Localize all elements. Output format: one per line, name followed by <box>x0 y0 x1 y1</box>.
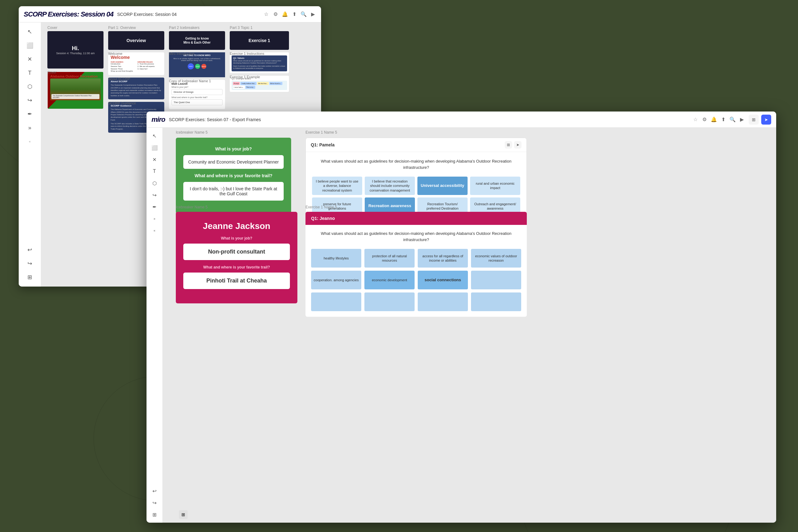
alabama-img-caption: The Statewide Comprehensive Outdoor Recr… <box>53 95 98 98</box>
front-present-icon[interactable]: ▶ <box>739 116 745 123</box>
front-map-view-btn[interactable]: ➤ <box>761 115 771 125</box>
front-text-tool[interactable]: T <box>150 166 160 176</box>
miro-intro-label: Miro Introduction <box>169 52 195 55</box>
pamela-arrow-btn[interactable]: ➤ <box>514 141 522 149</box>
front-shapes-tool[interactable]: ⬡ <box>150 178 160 188</box>
connect-tool[interactable]: ↪ <box>24 95 36 106</box>
back-titlebar: SCORP Exercises: Session 04 SCORP Exerci… <box>19 6 321 22</box>
exercise5-sticky-9 <box>311 292 361 311</box>
sticky-tool[interactable]: ✕ <box>24 54 36 65</box>
example-sticky-6: This is my... <box>245 86 255 89</box>
front-undo-tool[interactable]: ↩ <box>150 486 160 496</box>
jeanne-job-answer: Non-profit consultant <box>183 244 290 260</box>
miro-intro-section: GETTING TO KNOW MIRO Miro is an infinite… <box>169 52 225 77</box>
front-more-up[interactable]: » <box>150 214 160 224</box>
teams-bubble: teams <box>201 64 206 69</box>
jeanne-trail-question: What and where is your favorite trail? <box>183 265 290 269</box>
matt-section: Matt Leavell What is your job? Director … <box>169 80 225 109</box>
front-grid-tool[interactable]: ⊞ <box>150 510 160 519</box>
zoom-bubble: zoom <box>195 64 200 69</box>
welcome-label: Welcome <box>108 52 123 55</box>
front-search-icon[interactable]: 🔍 <box>729 116 736 123</box>
exercise5-sticky-8 <box>471 271 521 289</box>
exercise5-sticky-6: economic development <box>364 271 415 289</box>
cursor-tool[interactable]: ↖ <box>24 26 36 37</box>
front-canvas: Icebreaker Name 5 What is your job? Comu… <box>163 128 776 522</box>
exercise-inst-label: Exercise 1 Instructions <box>230 52 264 55</box>
part2-label: Part 2 Icebreakers <box>169 25 200 30</box>
bell-icon[interactable]: 🔔 <box>282 11 288 17</box>
example-sticky-3: We find that... <box>257 82 269 85</box>
star-icon[interactable]: ☆ <box>263 11 269 17</box>
back-title-icons: ☆ ⚙ 🔔 ⬆ 🔍 ▶ <box>263 11 316 17</box>
pamela-grid-btn[interactable]: ⊞ <box>505 141 512 149</box>
pamela-sticky-1: I believe people want to use a diverse, … <box>312 177 362 195</box>
pamela-header-title: Q1: Pamela <box>311 142 334 147</box>
undo-tool[interactable]: ↩ <box>24 244 36 255</box>
text-tool[interactable]: T <box>24 67 36 78</box>
miro-intro-content: GETTING TO KNOW MIRO Miro is an infinite… <box>169 52 225 77</box>
about-scorp-label: About SCORP <box>108 77 130 81</box>
front-less-up[interactable]: « <box>150 226 160 235</box>
exercise5-sticky-1: healthy lifestyles <box>311 249 361 268</box>
front-titlebar: miro SCORP Exercises: Session 07 - Expor… <box>146 112 776 128</box>
front-bottom-bar: ⊞ <box>179 510 188 519</box>
bottom-grid-icon[interactable]: ⊞ <box>179 510 188 519</box>
exercise5-section-label: Exercise 1 Name 5 <box>306 205 337 209</box>
jeanne-name: Jeanne Jackson <box>183 221 290 231</box>
about-scorp-section: About SCORP The Statewide Comprehensive … <box>108 78 164 99</box>
search-icon[interactable]: 🔍 <box>301 11 307 17</box>
welcome-heading: Welcome <box>111 55 162 60</box>
front-star-icon[interactable]: ☆ <box>693 116 697 122</box>
getting-know-sub: Miro is an infinite digital canvas, sort… <box>171 58 223 61</box>
matt-trail-question: What and where is your favorite trail? <box>171 96 222 98</box>
exercise-slide: Exercise 1 <box>230 31 289 50</box>
q1-pamela-section-label: Exercise 1 Name 5 <box>306 130 337 135</box>
front-window: miro SCORP Exercises: Session 07 - Expor… <box>146 112 776 522</box>
grid-tool[interactable]: ⊞ <box>24 272 36 283</box>
back-window-title: SCORP Exercises: Session 04 <box>117 12 259 17</box>
exercise5-sticky-10 <box>364 292 415 311</box>
front-sidebar: ↖ ⬜ ✕ T ⬡ ↪ ✒ » « ↩ ↪ ⊞ <box>146 128 163 522</box>
matt-job-question: What is your job? <box>171 86 222 88</box>
front-connect-tool[interactable]: ↪ <box>150 190 160 200</box>
redo-tool[interactable]: ↪ <box>24 258 36 269</box>
frame-tool[interactable]: ⬜ <box>24 40 36 51</box>
front-sticky-tool[interactable]: ✕ <box>150 154 160 165</box>
hi-slide: Hi. Session 4: Thursday, 11:00 am <box>48 31 104 69</box>
back-sidebar: ↖ ⬜ ✕ T ⬡ ↪ ✒ » « ↩ ↪ ⊞ <box>19 22 41 287</box>
example-sticky-1: Prompt <box>233 82 240 85</box>
front-window-body: ↖ ⬜ ✕ T ⬡ ↪ ✒ » « ↩ ↪ ⊞ Icebreaker Name … <box>146 128 776 522</box>
example-sticky-5: I once had a... <box>233 86 245 89</box>
front-grid-view-btn[interactable]: ⊞ <box>749 115 759 125</box>
front-redo-tool[interactable]: ↪ <box>150 498 160 508</box>
q1-values-title: Q1: Values <box>233 57 286 59</box>
jeanne-card: Jeanne Jackson What is your job? Non-pro… <box>176 212 297 303</box>
exercise5-sticky-3: access for all regardless of income or a… <box>418 249 468 268</box>
front-frame-tool[interactable]: ⬜ <box>150 142 160 153</box>
pamela-sticky-4: rural and urban economic impact <box>470 177 520 195</box>
share-icon[interactable]: ⬆ <box>291 11 297 17</box>
pamela-green-frame: What is your job? Comunity and Economic … <box>176 138 291 214</box>
more-up[interactable]: » <box>24 122 36 133</box>
pen-tool[interactable]: ✒ <box>24 108 36 120</box>
jeanne-section-label: Icebreaker Name 5 <box>176 205 207 209</box>
present-icon[interactable]: ▶ <box>310 11 316 17</box>
cover-section-label: Cover <box>48 70 56 74</box>
front-bell-icon[interactable]: 🔔 <box>711 116 717 123</box>
shapes-tool[interactable]: ⬡ <box>24 81 36 92</box>
front-pen-tool[interactable]: ✒ <box>150 202 160 212</box>
front-settings-icon[interactable]: ⚙ <box>701 116 708 123</box>
front-cursor-tool[interactable]: ↖ <box>150 131 160 141</box>
front-window-title: SCORP Exercises: Session 07 - Export Fra… <box>169 117 690 122</box>
pamela-job-answer: Comunity and Economic Development Planne… <box>183 155 284 169</box>
less-up[interactable]: « <box>24 136 36 147</box>
settings-icon[interactable]: ⚙ <box>272 11 279 17</box>
cover-frame: Hi. Session 4: Thursday, 11:00 am Cover … <box>48 31 104 109</box>
matt-trail-answer: The Quiet One <box>171 99 222 105</box>
front-title-icons: ⚙ 🔔 ⬆ 🔍 ▶ <box>701 116 745 123</box>
hi-text: Hi. <box>56 45 95 52</box>
pamela-job-question: What is your job? <box>183 146 284 151</box>
front-share-icon[interactable]: ⬆ <box>720 116 726 123</box>
exercise5-sticky-4: economic values of outdoor recreason <box>471 249 521 268</box>
